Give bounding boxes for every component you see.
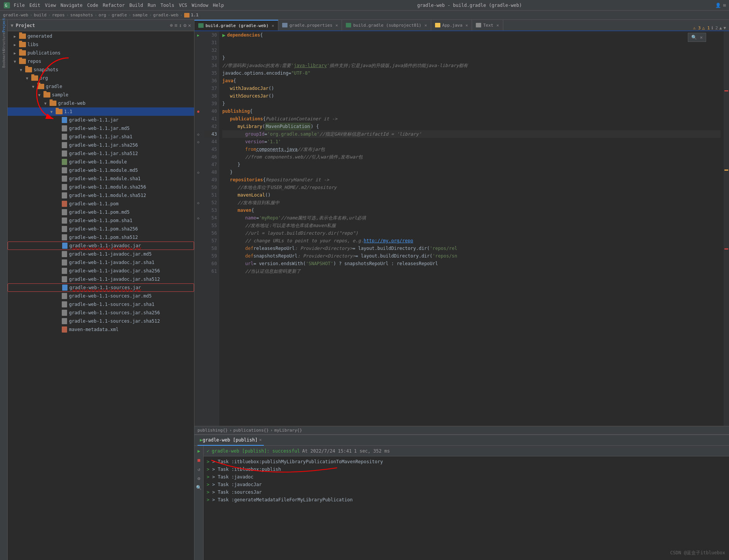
breadcrumb-publications[interactable]: publications{} <box>233 428 269 433</box>
window-controls[interactable]: 👤 ⊞ <box>715 3 726 8</box>
list-item[interactable]: gradle-web-1.1.module.sha1 <box>8 174 194 183</box>
run-filter-button[interactable]: ⚙ <box>195 475 203 482</box>
list-item[interactable]: gradle-web-1.1.module.sha512 <box>8 191 194 200</box>
list-item[interactable]: gradle-web-1.1.pom.sha1 <box>8 216 194 225</box>
breadcrumb-item[interactable]: gradle <box>112 13 127 18</box>
tab-close[interactable]: ✕ <box>336 23 338 28</box>
breadcrumb-item[interactable]: gradle-web <box>3 13 28 18</box>
menu-code[interactable]: Code <box>87 3 98 8</box>
panel-sort-icon[interactable]: ↕ <box>179 22 182 28</box>
breadcrumb-item[interactable]: gradle-web <box>153 13 178 18</box>
scroll-up-icon[interactable]: ▲ <box>719 26 722 30</box>
item-label: publications <box>27 50 61 56</box>
list-item[interactable]: gradle-web-1.1-sources.jar.md5 <box>8 292 194 300</box>
breadcrumb-item[interactable]: build <box>34 13 47 18</box>
item-label: gradle-web-1.1.jar.sha512 <box>69 151 138 156</box>
tab-close[interactable]: ✕ <box>272 23 275 28</box>
list-item[interactable]: gradle-web-1.1.jar.sha1 <box>8 133 194 141</box>
list-item[interactable]: gradle-web-1.1-javadoc.jar.sha512 <box>8 275 194 283</box>
menu-file[interactable]: File <box>14 3 25 8</box>
tree-item-snapshots[interactable]: ▼ snapshots <box>8 66 194 74</box>
list-item[interactable]: gradle-web-1.1-javadoc.jar <box>8 242 194 250</box>
menu-view[interactable]: View <box>45 3 56 8</box>
tree-item-publications[interactable]: ▶ publications <box>8 49 194 57</box>
bookmarks-icon[interactable]: Bookmarks <box>0 55 8 62</box>
breadcrumb-publishing[interactable]: publishing{} <box>198 428 228 433</box>
panel-locate-icon[interactable]: ⊕ <box>170 22 173 28</box>
panel-close-icon[interactable]: ✕ <box>188 22 191 28</box>
list-item[interactable]: maven-metadata.xml <box>8 325 194 334</box>
tree-item-gradle[interactable]: ▼ gradle <box>8 82 194 91</box>
panel-collapse-icon[interactable]: ≡ <box>175 22 178 28</box>
run-play-button[interactable]: ▶ <box>195 447 203 455</box>
tab-close[interactable]: ✕ <box>466 23 468 28</box>
menu-vcs[interactable]: VCS <box>179 3 187 8</box>
breadcrumb-item[interactable]: org <box>99 13 106 18</box>
list-item[interactable]: gradle-web-1.1.pom <box>8 200 194 208</box>
code-editor[interactable]: ▶ dependencies { } //带源码和javadoc的发布:需要'j… <box>219 31 724 426</box>
tree-item-sample[interactable]: ▼ sample <box>8 91 194 99</box>
run-tab-close[interactable]: ✕ <box>259 437 262 442</box>
menu-run[interactable]: Run <box>148 3 156 8</box>
breadcrumb-item[interactable]: snapshots <box>70 13 93 18</box>
tree-item-repos[interactable]: ▼ repos <box>8 57 194 66</box>
structure-icon[interactable]: Structure <box>0 38 8 46</box>
hint-close-icon[interactable]: ✕ <box>700 35 703 40</box>
list-item[interactable]: gradle-web-1.1-javadoc.jar.sha256 <box>8 267 194 275</box>
run-rerun-button[interactable]: ↺ <box>195 466 203 473</box>
code-line: publications { PublicationContainer it -… <box>222 115 721 123</box>
tab-close[interactable]: ✕ <box>496 23 499 28</box>
list-item[interactable]: gradle-web-1.1-javadoc.jar.sha1 <box>8 258 194 267</box>
tab-gradle-properties[interactable]: gradle.properties ✕ <box>278 20 342 30</box>
list-item[interactable]: gradle-web-1.1.module <box>8 158 194 166</box>
tab-build-gradle-web[interactable]: build.gradle (gradle-web) ✕ <box>194 20 278 30</box>
project-dropdown-icon[interactable]: ▼ <box>11 23 13 28</box>
tab-app-java[interactable]: App.java ✕ <box>431 20 472 30</box>
breadcrumb-item[interactable]: repos <box>52 13 65 18</box>
list-item[interactable]: gradle-web-1.1.module.md5 <box>8 166 194 174</box>
menu-window[interactable]: Window <box>192 3 208 8</box>
breadcrumb-item[interactable]: sample <box>132 13 148 18</box>
list-item[interactable]: gradle-web-1.1-sources.jar.sha256 <box>8 309 194 317</box>
menu-edit[interactable]: Edit <box>29 3 40 8</box>
list-item[interactable]: gradle-web-1.1.pom.sha256 <box>8 225 194 233</box>
list-item[interactable]: gradle-web-1.1-javadoc.jar.md5 <box>8 250 194 258</box>
list-item[interactable]: gradle-web-1.1-sources.jar.sha1 <box>8 300 194 309</box>
tree-item-gradle-web[interactable]: ▼ gradle-web <box>8 99 194 107</box>
project-icon[interactable]: Project <box>0 21 8 29</box>
run-gutter-icon[interactable]: ▶ <box>194 31 202 39</box>
breadcrumb-mylibrary[interactable]: myLibrary{} <box>274 428 302 433</box>
right-scrollbar[interactable] <box>724 31 729 426</box>
list-item[interactable]: gradle-web-1.1.jar.sha512 <box>8 149 194 158</box>
list-item[interactable]: gradle-web-1.1.module.sha256 <box>8 183 194 191</box>
menu-tools[interactable]: Tools <box>161 3 174 8</box>
list-item[interactable]: gradle-web-1.1-sources.jar.sha512 <box>8 317 194 325</box>
tab-build-gradle-sub[interactable]: build.gradle (subproject01) ✕ <box>342 20 431 30</box>
tab-run[interactable]: ▶ gradle-web [publish] ✕ <box>198 435 264 446</box>
tab-close[interactable]: ✕ <box>424 23 427 28</box>
run-stop-button[interactable]: ■ <box>195 456 203 464</box>
scroll-down-icon[interactable]: ▼ <box>723 26 726 30</box>
tree-item-generated[interactable]: ▶ generated <box>8 32 194 40</box>
run-search-button[interactable]: 🔍 <box>195 484 203 491</box>
hint-icon[interactable]: 🔍 <box>691 35 697 40</box>
list-item[interactable]: gradle-web-1.1-sources.jar <box>8 283 194 292</box>
list-item[interactable]: gradle-web-1.1.pom.md5 <box>8 208 194 216</box>
debug-breakpoint[interactable]: ● <box>194 107 202 115</box>
menu-refactor[interactable]: Refactor <box>103 3 125 8</box>
menu-help[interactable]: Help <box>213 3 224 8</box>
tree-item-org[interactable]: ▼ org <box>8 74 194 82</box>
list-item[interactable]: gradle-web-1.1.jar <box>8 116 194 124</box>
panel-settings-icon[interactable]: ⚙ <box>183 22 186 28</box>
menu-bar[interactable]: File Edit View Navigate Code Refactor Bu… <box>14 3 224 8</box>
list-item[interactable]: gradle-web-1.1.jar.md5 <box>8 124 194 133</box>
expand-arrow: ▶ <box>14 43 19 47</box>
tree-item-1.1[interactable]: ▼ 1.1 <box>8 107 194 116</box>
list-item[interactable]: gradle-web-1.1.pom.sha512 <box>8 233 194 242</box>
menu-navigate[interactable]: Navigate <box>61 3 83 8</box>
menu-build[interactable]: Build <box>129 3 143 8</box>
tree-item-libs[interactable]: ▶ libs <box>8 40 194 49</box>
list-item[interactable]: gradle-web-1.1.jar.sha256 <box>8 141 194 149</box>
breadcrumb-current[interactable]: 1.1 <box>184 13 199 18</box>
tab-text[interactable]: Text ✕ <box>472 20 503 30</box>
